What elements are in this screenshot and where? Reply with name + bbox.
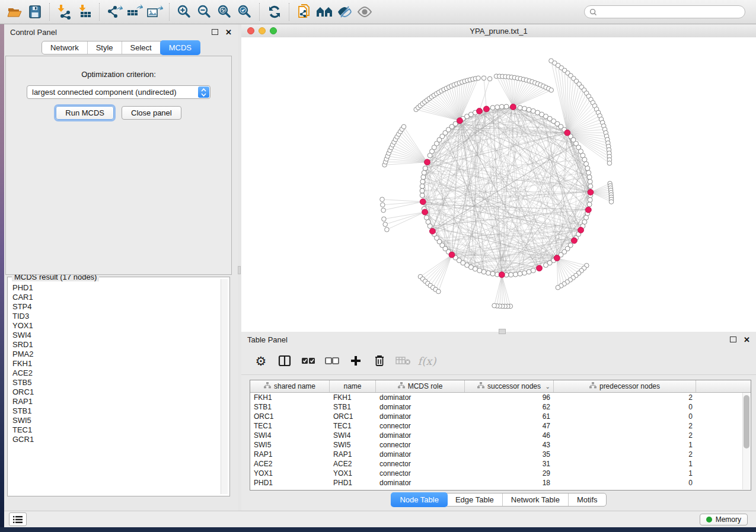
export-table-icon[interactable]	[125, 2, 145, 21]
table-row[interactable]: PHD1PHD1dominator180	[250, 478, 751, 488]
table-row[interactable]: FKH1FKH1dominator962	[250, 393, 751, 402]
graph-node[interactable]	[587, 202, 592, 207]
cell-mcds_role[interactable]: dominator	[376, 450, 465, 459]
cell-mcds_role[interactable]: dominator	[376, 431, 465, 440]
graph-dominator-node[interactable]	[585, 207, 591, 213]
graph-node[interactable]	[499, 104, 504, 109]
column-header-MCDS-role[interactable]: MCDS role	[376, 380, 465, 392]
graph-dominator-node[interactable]	[564, 130, 570, 136]
network-canvas[interactable]	[241, 37, 756, 332]
zoom-fit-icon[interactable]	[215, 2, 235, 21]
graph-dominator-node[interactable]	[420, 199, 426, 205]
graph-node[interactable]	[490, 105, 495, 110]
run-mcds-button[interactable]: Run MCDS	[56, 106, 114, 120]
graph-dominator-node[interactable]	[578, 227, 584, 233]
column-settings-icon[interactable]: ⚙	[252, 352, 270, 370]
cell-predecessor_nodes[interactable]: 0	[554, 412, 696, 421]
mcds-result-item[interactable]: STB1	[12, 406, 217, 416]
mcds-result-item[interactable]: SRD1	[12, 340, 217, 350]
mcds-result-item[interactable]: STB5	[12, 378, 217, 387]
graph-node[interactable]	[522, 271, 527, 275]
cell-successor_nodes[interactable]: 61	[465, 412, 554, 421]
first-neighbors-icon[interactable]	[314, 2, 334, 21]
cell-mcds_role[interactable]: connector	[376, 469, 465, 477]
graph-node[interactable]	[587, 175, 592, 180]
column-header-name[interactable]: name	[330, 380, 376, 392]
graph-node[interactable]	[426, 220, 430, 225]
cell-shared_name[interactable]: STB1	[250, 403, 330, 411]
search-input[interactable]	[600, 7, 745, 17]
hide-selected-icon[interactable]	[334, 2, 355, 21]
graph-node[interactable]	[481, 76, 486, 81]
cell-shared_name[interactable]: ORC1	[250, 412, 330, 421]
mcds-result-item[interactable]: ORC1	[12, 387, 217, 397]
mcds-result-item[interactable]: GCR1	[12, 435, 217, 444]
cell-predecessor_nodes[interactable]: 2	[554, 431, 696, 440]
mcds-result-item[interactable]: CAR1	[12, 293, 217, 302]
graph-dominator-node[interactable]	[571, 238, 577, 243]
graph-node[interactable]	[477, 268, 482, 273]
graph-dominator-node[interactable]	[499, 272, 505, 278]
cell-predecessor_nodes[interactable]: 1	[554, 460, 696, 468]
cell-predecessor_nodes[interactable]: 2	[554, 450, 696, 459]
graph-node[interactable]	[527, 270, 531, 274]
new-network-from-selection-icon[interactable]	[294, 2, 314, 21]
mcds-result-item[interactable]: TID3	[12, 312, 217, 321]
cell-name[interactable]: SWI4	[330, 431, 376, 440]
graph-node[interactable]	[556, 286, 560, 290]
graph-node[interactable]	[509, 273, 513, 277]
graph-node[interactable]	[487, 76, 492, 81]
memory-button[interactable]: Memory	[700, 514, 748, 525]
column-header-predecessor-nodes[interactable]: predecessor nodes	[554, 380, 696, 392]
search-box[interactable]	[584, 5, 745, 18]
graph-node[interactable]	[420, 193, 425, 198]
graph-node[interactable]	[531, 108, 535, 113]
tab-edge-table[interactable]: Edge Table	[447, 493, 503, 506]
close-panel-icon[interactable]: ✕	[225, 28, 232, 36]
graph-node[interactable]	[522, 106, 527, 111]
tab-select[interactable]: Select	[122, 41, 161, 54]
graph-node[interactable]	[421, 175, 426, 180]
graph-node[interactable]	[527, 107, 531, 112]
mcds-list-scrollbar[interactable]	[221, 279, 228, 494]
cell-successor_nodes[interactable]: 18	[465, 479, 554, 487]
graph-node[interactable]	[586, 171, 591, 175]
tab-network-table[interactable]: Network Table	[503, 493, 569, 506]
graph-node[interactable]	[585, 166, 590, 171]
graph-node[interactable]	[436, 289, 441, 294]
apply-preferred-layout-icon[interactable]	[264, 2, 285, 21]
table-row[interactable]: ACE2ACE2connector311	[250, 459, 751, 469]
import-network-icon[interactable]	[55, 2, 75, 21]
table-row[interactable]: TEC1TEC1connector472	[250, 421, 751, 431]
graph-node[interactable]	[385, 227, 390, 232]
close-panel-icon[interactable]: ✕	[744, 336, 750, 344]
export-image-icon[interactable]	[145, 2, 165, 21]
graph-node[interactable]	[518, 271, 522, 276]
graph-node[interactable]	[607, 161, 612, 166]
cell-successor_nodes[interactable]: 31	[465, 460, 554, 468]
export-network-icon[interactable]	[104, 2, 125, 21]
cell-name[interactable]: TEC1	[330, 422, 376, 430]
graph-node[interactable]	[495, 105, 500, 110]
select-all-icon[interactable]	[299, 352, 317, 370]
tab-network[interactable]: Network	[42, 41, 88, 54]
tab-style[interactable]: Style	[88, 41, 122, 54]
graph-node[interactable]	[584, 215, 589, 220]
save-session-icon[interactable]	[25, 2, 45, 21]
mcds-result-item[interactable]: STP4	[12, 302, 217, 312]
cell-name[interactable]: ORC1	[330, 412, 376, 421]
cell-predecessor_nodes[interactable]: 2	[554, 393, 696, 402]
graph-node[interactable]	[424, 215, 429, 220]
cell-predecessor_nodes[interactable]: 2	[554, 422, 696, 430]
graph-node[interactable]	[518, 105, 522, 110]
graph-node[interactable]	[481, 270, 486, 274]
graph-node[interactable]	[513, 272, 518, 277]
graph-node[interactable]	[381, 203, 385, 207]
show-panels-list-button[interactable]	[9, 512, 27, 526]
cell-shared_name[interactable]: YOX1	[250, 469, 330, 477]
close-window-icon[interactable]	[247, 27, 254, 34]
splitter-grip[interactable]	[238, 266, 241, 274]
graph-dominator-node[interactable]	[537, 265, 543, 271]
network-window-titlebar[interactable]: YPA_prune.txt_1	[241, 24, 756, 38]
zoom-out-icon[interactable]	[194, 2, 215, 21]
